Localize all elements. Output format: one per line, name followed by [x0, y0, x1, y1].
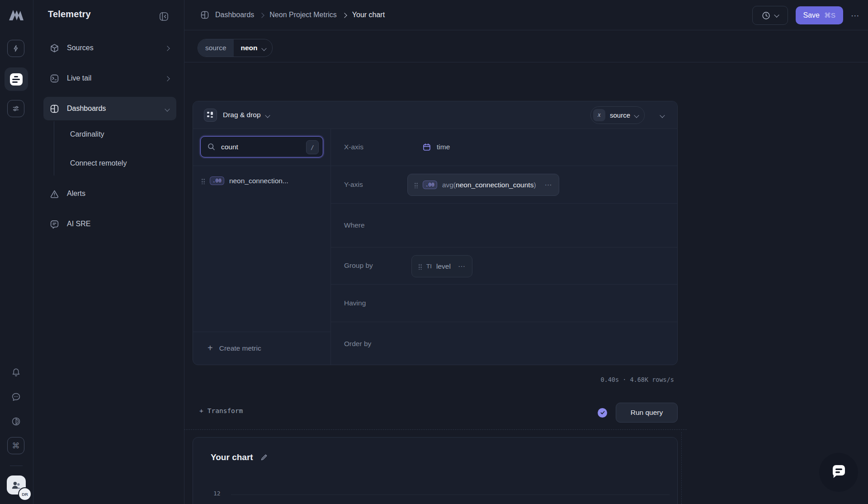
query-rows-column: X-axis time Y-axis .00 avg(neon_c [330, 128, 677, 365]
create-metric-button[interactable]: + Create metric [193, 332, 330, 365]
metric-name: neon_connection... [229, 177, 288, 185]
filter-bar: source neon [184, 30, 868, 62]
dashboards-grid-icon [50, 104, 60, 114]
layout-ruler [184, 429, 687, 430]
chevron-down-icon [635, 111, 638, 119]
sidebar: Telemetry Sources Live tail Dashboards C… [33, 0, 184, 504]
clock-icon [761, 11, 771, 20]
source-filter-chip[interactable]: source neon [198, 39, 273, 57]
row-label: Group by [344, 262, 405, 270]
formula-x-badge: x [593, 109, 605, 121]
theme-contrast-icon[interactable] [6, 411, 26, 431]
sidebar-item-label: Sources [67, 44, 94, 52]
transform-button[interactable]: + Transform [199, 407, 243, 414]
row-label: Y-axis [344, 181, 405, 189]
avatar-initials-badge: DR [18, 487, 32, 501]
transform-label: Transform [208, 407, 243, 414]
y-axis-aggregation-chip[interactable]: .00 avg(neon_connection_counts) ⋯ [407, 174, 559, 196]
dashboards-grid-icon [200, 10, 209, 19]
chevron-right-icon [343, 11, 346, 19]
group-by-row[interactable]: Group by TI level ⋯ [330, 247, 677, 285]
where-row[interactable]: Where [330, 203, 677, 247]
edit-pencil-icon[interactable] [260, 453, 268, 461]
collapse-sidebar-icon[interactable] [159, 11, 169, 22]
settings-sliders-icon[interactable] [6, 99, 26, 119]
run-query-button[interactable]: Run query [616, 403, 678, 423]
plus-icon: + [199, 407, 203, 414]
breadcrumb-current: Your chart [352, 11, 385, 19]
breadcrumb-dashboards[interactable]: Dashboards [215, 11, 254, 19]
column-source-chip[interactable]: x source [590, 106, 645, 124]
divider [193, 166, 330, 166]
breadcrumb: Dashboards Neon Project Metrics Your cha… [200, 10, 385, 19]
sidebar-item-live-tail[interactable]: Live tail [43, 68, 176, 88]
sidebar-item-cardinality[interactable]: Cardinality [70, 125, 174, 143]
row-label: Where [344, 221, 405, 229]
x-axis-field: time [437, 143, 450, 151]
group-by-field-chip[interactable]: TI level ⋯ [411, 255, 472, 277]
sidebar-item-dashboards[interactable]: Dashboards [43, 97, 176, 120]
metric-list-item[interactable]: .00 neon_connection... [201, 176, 288, 185]
metric-search-input[interactable]: count / [200, 136, 323, 157]
column-chip-label: source [610, 111, 630, 119]
drag-handle-icon[interactable] [201, 178, 205, 184]
quickstart-icon[interactable] [6, 38, 26, 58]
main-content: Dashboards Neon Project Metrics Your cha… [184, 0, 868, 504]
x-axis-value[interactable]: time [422, 143, 450, 152]
sidebar-item-label: AI SRE [67, 220, 90, 228]
terminal-icon [50, 74, 60, 83]
sidebar-item-label: Alerts [67, 190, 85, 198]
gridline [231, 494, 670, 495]
icon-rail: ⌘ DR [0, 0, 33, 504]
row-label: Having [344, 299, 405, 307]
save-button[interactable]: Save ⌘S [796, 6, 843, 24]
chevron-down-icon [262, 44, 266, 52]
chevron-down-icon [774, 12, 779, 17]
sidebar-item-ai-sre[interactable]: AI SRE [43, 214, 176, 234]
chevron-right-icon [260, 11, 264, 19]
plus-icon: + [208, 343, 213, 353]
order-by-row[interactable]: Order by [330, 322, 677, 366]
rail-divider [10, 466, 23, 466]
sidebar-item-label: Connect remotely [70, 159, 127, 167]
feedback-chat-icon[interactable] [6, 387, 26, 407]
having-row[interactable]: Having [330, 284, 677, 322]
chat-launcher[interactable] [819, 453, 858, 492]
breadcrumb-dashboard-name[interactable]: Neon Project Metrics [269, 11, 337, 19]
more-options-button[interactable]: ⋯ [851, 10, 860, 21]
sidebar-item-sources[interactable]: Sources [43, 38, 176, 58]
row-label: X-axis [344, 143, 405, 151]
chevron-right-icon [165, 44, 169, 52]
logs-stream-active-icon[interactable] [5, 67, 28, 91]
ellipsis-menu-icon[interactable]: ⋯ [458, 262, 466, 271]
nav-tree-line [54, 121, 54, 176]
chevron-down-icon[interactable] [266, 111, 269, 119]
create-metric-label: Create metric [219, 344, 261, 352]
chart-title: Your chart [211, 452, 253, 462]
query-mode-label[interactable]: Drag & drop [223, 111, 261, 119]
drag-handle-icon[interactable] [414, 182, 418, 188]
search-icon [207, 143, 216, 151]
chat-bubble-icon [829, 463, 848, 482]
calendar-icon [422, 143, 431, 152]
ellipsis-menu-icon[interactable]: ⋯ [545, 181, 552, 189]
group-by-field: level [436, 262, 451, 271]
collapse-panel-chevron-icon[interactable] [660, 111, 664, 119]
slash-shortcut-badge: / [306, 140, 319, 154]
shortcuts-command-icon[interactable]: ⌘ [6, 436, 26, 456]
sidebar-item-connect-remotely[interactable]: Connect remotely [70, 154, 174, 172]
aggregation-expression: avg(neon_connection_counts) [442, 181, 536, 189]
save-shortcut: ⌘S [824, 11, 835, 19]
notifications-bell-icon[interactable] [6, 362, 26, 382]
filter-value: neon [234, 44, 262, 52]
sidebar-item-alerts[interactable]: Alerts [43, 184, 176, 204]
query-area: Drag & drop x source count / [184, 62, 687, 504]
drag-handle-icon[interactable] [418, 263, 422, 270]
x-axis-row[interactable]: X-axis time [330, 128, 677, 166]
y-axis-tick: 12 [213, 490, 221, 497]
drag-drop-mode-icon [204, 109, 217, 122]
row-label: Order by [344, 340, 405, 348]
y-axis-row[interactable]: Y-axis .00 avg(neon_connection_counts) ⋯ [330, 166, 677, 204]
text-type-icon: TI [426, 263, 432, 270]
time-range-button[interactable] [752, 6, 788, 25]
